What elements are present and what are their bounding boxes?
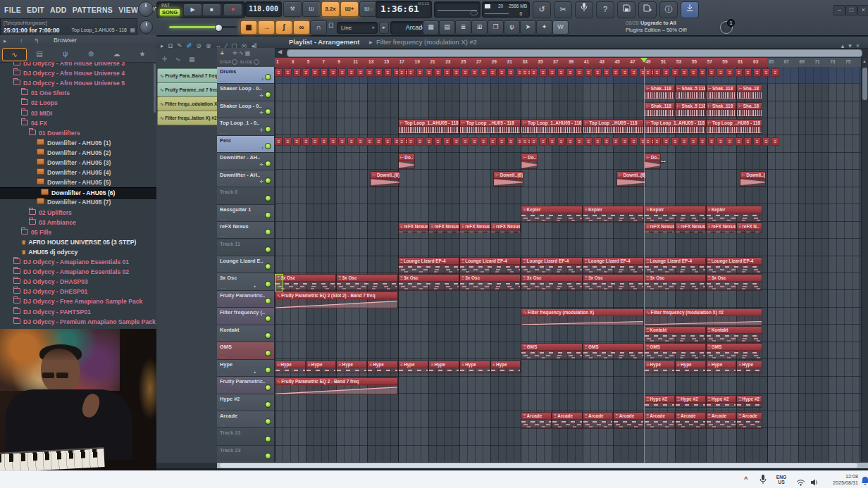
browser-up-icon[interactable]: ↑	[20, 37, 23, 44]
pat-mode-label[interactable]: PAT	[161, 3, 170, 8]
browser-item[interactable]: DJ Odyccy - Amapiano Essentials 01	[0, 257, 156, 267]
record-button[interactable]: ●	[223, 4, 242, 16]
browser-item[interactable]: Downlifter - AHU05 (4)	[0, 168, 156, 177]
menu-patterns[interactable]: PATTERNS	[73, 1, 113, 19]
browser-item[interactable]: 02 Uplifters	[0, 208, 156, 218]
browser-item[interactable]: DJ Odyccy - Afro House Universe 3	[0, 62, 156, 68]
automation-clips-icon[interactable]: ∿	[175, 56, 181, 63]
pattern-clip[interactable]: ΞKepler	[706, 206, 763, 223]
track-mute-led[interactable]	[265, 195, 271, 201]
pattern-clip[interactable]: ΞLounge Lizard EP-4	[706, 257, 763, 274]
pattern-clip[interactable]: ΞGMS	[583, 343, 644, 360]
audio-clip[interactable]: ⊢Top Loop_..HU05 - 118	[459, 119, 521, 134]
browser-collapse-icon[interactable]: ▸	[4, 37, 7, 44]
track-mute-led[interactable]	[265, 212, 271, 218]
track-mute-led[interactable]	[265, 161, 271, 167]
browser-item[interactable]: ♛AFRO HOUSE UNIVERSE 05 (3 STEP)	[0, 237, 156, 247]
tray-wifi-icon[interactable]	[796, 476, 805, 488]
track-header-1[interactable]: Drums...♪	[217, 67, 275, 84]
track-mute-led[interactable]	[265, 401, 271, 408]
browser-item[interactable]: DJ Odyccy - Premium Amapiano Sample Pack…	[0, 317, 156, 327]
track-header-7[interactable]: Downlifter - AH.....✛	[217, 170, 275, 187]
pattern-clip[interactable]: ΞHype	[428, 361, 459, 373]
pattern-clip[interactable]: ΞHype	[398, 361, 429, 373]
pattern-clip[interactable]: ΞHype	[736, 361, 762, 373]
help-button[interactable]: ?	[596, 1, 614, 18]
mixer-button[interactable]: ≣	[455, 20, 471, 35]
browser-item[interactable]: DJ Odyccy - Afro House Universe 5	[0, 78, 156, 88]
menu-edit[interactable]: EDIT	[27, 1, 44, 19]
multitouch-button[interactable]: Ш+	[340, 1, 359, 17]
add-track-button[interactable]: +	[220, 49, 224, 57]
pattern-clip[interactable]: ΞHype #2	[644, 395, 675, 408]
audio-clip[interactable]: ⊢Shak..118	[706, 102, 737, 117]
tray-chevron-icon[interactable]: ^	[744, 475, 748, 482]
audio-clip[interactable]: ⊢Top Loop_1..AHU05 - 118	[644, 119, 705, 134]
browser-item[interactable]: DJ Odyccy - Free Amapiano Sample Pack	[0, 296, 156, 306]
pattern-clip[interactable]: ΞreFX N..	[736, 223, 762, 233]
tab-audio[interactable]: ∿	[2, 48, 27, 61]
playlist-grid[interactable]: ΞΞΞΞΞΞΞΞΞΞΞΞΞΞΞΞΞΞΞΞΞΞΞΞΞΞΞΞΞΞΞΞΞΞΞΞΞΞΞΞ…	[275, 67, 861, 463]
pattern-clip[interactable]: ΞHype	[459, 361, 490, 373]
tray-bell-icon[interactable]	[861, 475, 868, 488]
audio-clip[interactable]: ⊢Sha..18	[736, 85, 762, 99]
audio-clip[interactable]: ⊢Downli..(6)	[370, 171, 400, 187]
audio-clip[interactable]: ⊢Shak..118	[644, 85, 675, 99]
browser-item[interactable]: DJ Odyccy - PAHTSP01	[0, 307, 156, 317]
track-mute-led[interactable]	[265, 298, 271, 304]
piano-roll-button[interactable]: ▤	[439, 20, 455, 35]
snap-selector[interactable]: Line ▸	[337, 22, 378, 34]
pattern-clip[interactable]: ΞHype	[644, 361, 675, 373]
track-mute-led[interactable]	[265, 350, 271, 356]
pattern-clip[interactable]: ΞreFX Nexus	[459, 223, 490, 233]
pattern-clip[interactable]: Ξ3x Osc	[336, 274, 397, 291]
pattern-clip[interactable]: ΞGMS	[521, 343, 582, 360]
pattern-clip[interactable]: ΞArcade	[521, 412, 552, 429]
tab-plugins[interactable]: ψ	[54, 48, 77, 60]
pattern-clip[interactable]: ΞHype	[675, 361, 706, 373]
collapse-icon[interactable]: ▴	[841, 42, 845, 49]
track-mute-led[interactable]	[265, 246, 271, 253]
vertical-scroll-thumb[interactable]	[862, 68, 867, 100]
track-header-2[interactable]: Shaker Loop - 0.....✛	[217, 84, 275, 101]
browser-scrollbar[interactable]	[154, 63, 156, 113]
about-button[interactable]: ⓘ	[659, 1, 678, 18]
pattern-clip[interactable]: ΞLounge Lizard EP-4	[398, 257, 459, 274]
time-panel[interactable]: 1:36:61 M:S:CS	[376, 1, 432, 18]
audio-clip[interactable]: ⊢Downli..(6)	[740, 171, 766, 187]
pattern-clip-group[interactable]: ΞΞΞΞΞΞΞΞΞΞΞΞΞΞΞ	[275, 68, 390, 77]
track-header-18[interactable]: Hype...▴	[217, 360, 275, 377]
track-mute-led[interactable]	[265, 143, 271, 149]
pattern-clip[interactable]: ΞKontakt	[706, 326, 763, 343]
track-mute-led[interactable]	[265, 367, 271, 373]
audio-clip[interactable]: ⊢Top Loop_1..AHU05 - 118	[398, 119, 459, 134]
typing-keyboard-button[interactable]: ✦	[536, 20, 552, 35]
track-mute-led[interactable]	[265, 229, 271, 235]
browser-item[interactable]: 01 One Shots	[0, 88, 156, 98]
pattern-clip[interactable]: ΞHype #2	[706, 395, 737, 408]
link-button[interactable]: ∞	[293, 20, 310, 35]
audio-clip[interactable]: ⊢Shak..118	[706, 85, 737, 99]
track-mute-led[interactable]	[265, 263, 271, 270]
track-mute-led[interactable]	[265, 332, 271, 339]
pattern-clip-group[interactable]: ΞΞΞΞΞΞΞΞΞΞΞΞΞΞΞ	[644, 137, 760, 146]
browser-item[interactable]: 04 FX	[0, 118, 156, 128]
audio-clip[interactable]: ⊢Top Loop_1..AHU05 - 118	[521, 119, 582, 134]
scroll-left-arrow[interactable]: ◀	[278, 49, 282, 55]
save-button[interactable]	[617, 1, 636, 18]
expand-icon[interactable]: ▾	[848, 42, 852, 49]
audio-clip[interactable]: ⊢Shak..5 118	[675, 85, 706, 99]
tray-mic-icon[interactable]	[760, 475, 767, 487]
upgrade-notice[interactable]: 08/28 Upgrade to All Plugins Edition – 5…	[626, 20, 717, 34]
browser-item[interactable]: ♛AHU05 dj odyccy	[0, 247, 156, 257]
wait-input-button[interactable]: →	[258, 20, 275, 35]
pattern-clip[interactable]: Ξ3x Osc	[398, 274, 459, 291]
audio-clip[interactable]: ⊢Do..	[521, 154, 538, 169]
pattern-clip[interactable]: ΞArcade	[552, 412, 583, 429]
pattern-clip[interactable]: ΞKontakt	[644, 326, 705, 343]
automation-clip[interactable]: ∿Fruity Parametric EQ 2 - Band 7 freq	[275, 377, 398, 395]
playlist-top-scrollbar[interactable]	[287, 49, 862, 57]
channel-rack-button[interactable]: ▦	[240, 20, 257, 35]
audio-clip[interactable]: ⊢Do..	[398, 154, 415, 169]
audio-clip[interactable]: ⊢Shak..5 118	[675, 102, 706, 117]
